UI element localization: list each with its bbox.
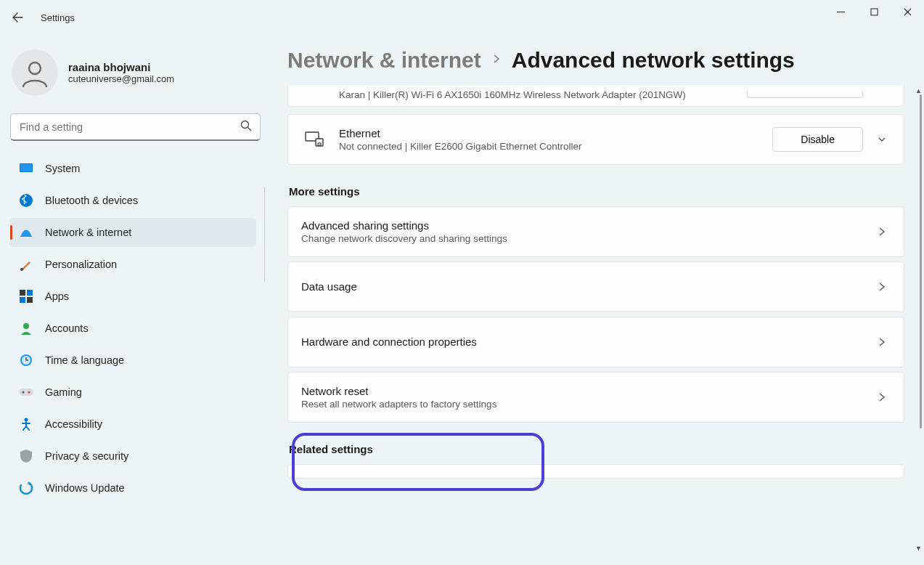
maximize-icon (870, 8, 878, 16)
chevron-right-icon (873, 338, 891, 346)
sidebar-item-accessibility[interactable]: Accessibility (10, 410, 256, 439)
adapter-ethernet-title: Ethernet (339, 127, 772, 139)
chevron-right-icon (491, 54, 502, 67)
adapter-wifi-sub: Karan | Killer(R) Wi-Fi 6 AX1650i 160MHz… (339, 89, 747, 100)
accounts-icon (19, 321, 33, 336)
scroll-down-icon[interactable]: ▼ (915, 545, 923, 552)
sidebar-item-label: Network & internet (45, 227, 131, 238)
avatar (12, 49, 58, 96)
sidebar-separator (264, 187, 265, 282)
adapter-card-wifi[interactable]: Karan | Killer(R) Wi-Fi 6 AX1650i 160MHz… (287, 86, 904, 107)
back-button[interactable] (0, 0, 35, 35)
svg-point-6 (20, 268, 23, 271)
sidebar-item-label: Accounts (45, 322, 89, 334)
svg-point-1 (29, 62, 41, 74)
svg-point-18 (20, 482, 32, 494)
search-wrap (10, 113, 261, 141)
disable-button-partial[interactable] (747, 91, 863, 98)
breadcrumb-parent[interactable]: Network & internet (287, 48, 481, 73)
svg-point-17 (25, 418, 28, 422)
row-title: Hardware and connection properties (301, 336, 873, 348)
svg-rect-0 (871, 9, 878, 15)
sidebar-item-label: Time & language (45, 354, 124, 366)
minimize-button[interactable] (824, 0, 857, 23)
chevron-right-icon (873, 282, 891, 291)
window-controls (824, 0, 924, 23)
sidebar-item-label: Apps (45, 290, 69, 302)
network-reset-row[interactable]: Network reset Reset all network adapters… (287, 372, 904, 423)
row-title: Data usage (301, 280, 873, 293)
bluetooth-icon (19, 193, 33, 208)
svg-rect-9 (20, 297, 25, 303)
adapter-card-ethernet[interactable]: Ethernet Not connected | Killer E2600 Gi… (287, 114, 904, 165)
svg-point-15 (23, 391, 25, 394)
time-icon (19, 353, 33, 367)
advanced-sharing-row[interactable]: Advanced sharing settings Change network… (287, 206, 904, 257)
sidebar-item-apps[interactable]: Apps (10, 282, 256, 311)
data-usage-row[interactable]: Data usage (287, 261, 904, 312)
svg-rect-7 (20, 290, 25, 296)
related-settings-row[interactable] (287, 464, 904, 479)
nav-list: System Bluetooth & devices Network & int… (10, 154, 265, 503)
sidebar-item-label: System (45, 163, 80, 174)
personalization-icon (19, 257, 33, 272)
system-icon (19, 161, 33, 176)
related-settings-header: Related settings (289, 443, 904, 455)
sidebar-item-label: Personalization (45, 259, 117, 270)
sidebar-item-system[interactable]: System (10, 154, 256, 183)
row-title: Network reset (301, 385, 873, 397)
update-icon (19, 481, 33, 495)
sidebar-item-label: Windows Update (45, 482, 125, 494)
sidebar-item-personalization[interactable]: Personalization (10, 250, 256, 279)
adapter-ethernet-sub: Not connected | Killer E2600 Gigabit Eth… (339, 141, 772, 152)
back-arrow-icon (12, 12, 23, 23)
sidebar-item-accounts[interactable]: Accounts (10, 314, 256, 343)
svg-point-16 (28, 391, 30, 394)
user-name: raaina bhojwani (68, 61, 174, 73)
sidebar-item-privacy[interactable]: Privacy & security (10, 442, 256, 471)
hardware-properties-row[interactable]: Hardware and connection properties (287, 317, 904, 367)
close-button[interactable] (891, 0, 924, 23)
scrollbar[interactable]: ▲ ▼ (918, 94, 923, 545)
minimize-icon (837, 8, 845, 16)
row-sub: Reset all network adapters to factory se… (301, 399, 873, 410)
avatar-icon (20, 58, 49, 87)
chevron-right-icon (873, 393, 891, 402)
breadcrumb: Network & internet Advanced network sett… (287, 48, 904, 73)
network-icon (19, 225, 33, 240)
disable-ethernet-button[interactable]: Disable (772, 127, 863, 152)
sidebar-item-label: Gaming (45, 386, 82, 398)
search-icon (240, 120, 252, 134)
privacy-icon (19, 449, 33, 463)
row-sub: Change network discovery and sharing set… (301, 233, 873, 244)
svg-rect-10 (27, 297, 33, 303)
svg-rect-8 (27, 290, 33, 296)
chevron-right-icon (873, 227, 891, 236)
chevron-down-icon[interactable] (873, 134, 891, 145)
svg-point-2 (242, 121, 249, 129)
main-content: Network & internet Advanced network sett… (287, 48, 904, 556)
row-title: Advanced sharing settings (301, 219, 873, 232)
sidebar-item-label: Accessibility (45, 418, 102, 430)
search-input[interactable] (10, 113, 261, 141)
scroll-up-icon[interactable]: ▲ (915, 87, 923, 94)
svg-point-11 (23, 323, 29, 329)
sidebar-item-gaming[interactable]: Gaming (10, 378, 256, 407)
sidebar-item-time-language[interactable]: Time & language (10, 346, 256, 375)
apps-icon (19, 289, 33, 304)
sidebar-item-label: Bluetooth & devices (45, 195, 138, 206)
highlight-annotation (292, 433, 544, 491)
sidebar-item-windows-update[interactable]: Windows Update (10, 473, 256, 503)
app-title: Settings (41, 12, 75, 23)
sidebar-item-network[interactable]: Network & internet (10, 218, 256, 247)
ethernet-icon (301, 131, 327, 147)
sidebar-item-bluetooth[interactable]: Bluetooth & devices (10, 186, 256, 215)
page-title: Advanced network settings (512, 48, 795, 73)
maximize-button[interactable] (857, 0, 891, 23)
user-block[interactable]: raaina bhojwani cuteuniverse@gmail.com (10, 42, 265, 109)
sidebar: raaina bhojwani cuteuniverse@gmail.com S… (0, 42, 265, 565)
user-text: raaina bhojwani cuteuniverse@gmail.com (68, 61, 174, 84)
scrollbar-thumb[interactable] (920, 94, 922, 428)
sidebar-item-label: Privacy & security (45, 450, 128, 462)
gaming-icon (19, 385, 33, 399)
